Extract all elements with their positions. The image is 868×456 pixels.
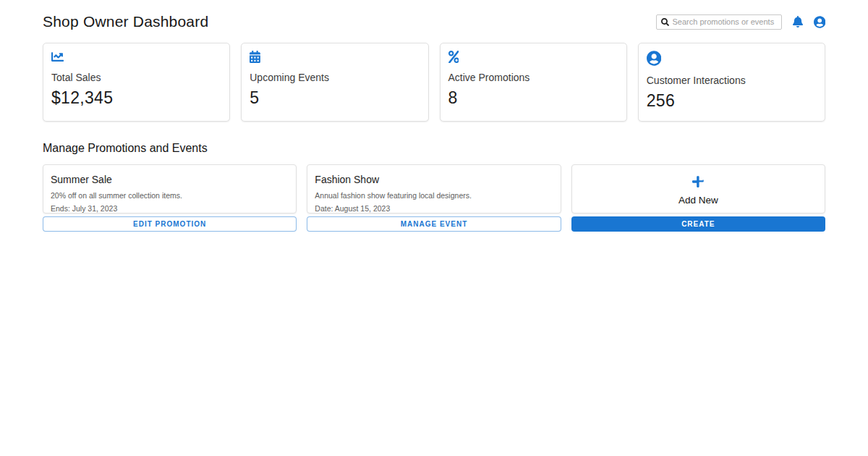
promo-title: Fashion Show [315,174,553,185]
calendar-icon [250,51,260,63]
promo-meta: Ends: July 31, 2023 [51,204,289,213]
create-button[interactable]: CREATE [571,216,825,232]
stat-value: $12,345 [51,88,221,108]
section-heading: Manage Promotions and Events [43,142,825,155]
promo-row: Summer Sale 20% off on all summer collec… [43,164,825,232]
stat-value: 5 [250,88,420,108]
top-bar: Shop Owner Dashboard [43,13,825,30]
plus-icon [692,175,704,188]
stat-card-customer-interactions: Customer Interactions 256 [638,43,825,122]
stats-row: Total Sales $12,345 Upcoming Events 5 Ac… [43,43,825,122]
promo-description: 20% off on all summer collection items. [51,191,289,200]
promo-meta: Date: August 15, 2023 [315,204,553,213]
stat-card-upcoming-events: Upcoming Events 5 [241,43,428,122]
notifications-button[interactable] [793,16,803,28]
promo-card-body: Fashion Show Annual fashion show featuri… [307,164,561,214]
promo-card-summer-sale: Summer Sale 20% off on all summer collec… [43,164,297,232]
promo-card-fashion-show: Fashion Show Annual fashion show featuri… [307,164,561,232]
bell-icon [793,16,803,28]
add-new-card-body[interactable]: Add New [571,164,825,214]
stat-label: Upcoming Events [250,72,420,83]
stat-card-total-sales: Total Sales $12,345 [43,43,230,122]
topbar-actions [656,14,825,30]
chart-line-icon [51,51,64,63]
stat-label: Customer Interactions [647,75,817,86]
promo-title: Summer Sale [51,174,289,185]
manage-event-button[interactable]: MANAGE EVENT [307,216,561,232]
stat-value: 256 [647,91,817,111]
add-new-label: Add New [678,195,718,206]
account-button[interactable] [814,16,825,28]
search-icon [661,18,669,26]
page-title: Shop Owner Dashboard [43,13,208,30]
percent-icon [448,51,459,63]
stat-label: Active Promotions [448,72,618,83]
search-input[interactable] [656,14,782,30]
user-circle-icon [814,16,825,28]
stat-label: Total Sales [51,72,221,83]
stat-card-active-promotions: Active Promotions 8 [440,43,627,122]
stat-value: 8 [448,88,618,108]
search-box [656,14,782,30]
promo-description: Annual fashion show featuring local desi… [315,191,553,200]
dashboard-page: Shop Owner Dashboard Total Sales $12,345… [43,0,825,232]
promo-card-body: Summer Sale 20% off on all summer collec… [43,164,297,214]
edit-promotion-button[interactable]: EDIT PROMOTION [43,216,297,232]
user-circle-icon [647,51,661,66]
promo-card-add-new: Add New CREATE [571,164,825,232]
